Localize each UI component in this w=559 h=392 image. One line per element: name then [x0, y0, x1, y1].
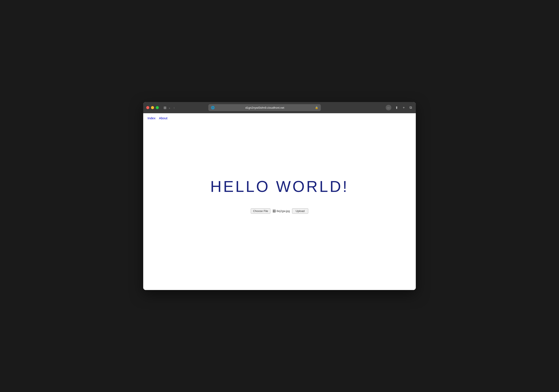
address-bar[interactable]: 🌐 d1gn2nywl3sfm9.cloudfront.net 🔒	[208, 104, 321, 111]
page-heading: HELLO WORLD!	[210, 178, 349, 195]
share-button[interactable]: ⬆	[394, 105, 399, 111]
tab-controls: ⊞ ⌄	[162, 105, 170, 111]
browser-window: ⊞ ⌄ ‹ 🌐 d1gn2nywl3sfm9.cloudfront.net 🔒 …	[143, 102, 416, 290]
page-content: Index About HELLO WORLD! Choose File 🖼 8…	[143, 113, 416, 290]
traffic-lights	[146, 106, 159, 109]
file-chosen-display: 🖼 8ej2gw.jpg	[273, 209, 290, 213]
chevron-down-icon[interactable]: ⌄	[168, 106, 170, 109]
file-name-text: 8ej2gw.jpg	[277, 209, 290, 213]
title-bar: ⊞ ⌄ ‹ 🌐 d1gn2nywl3sfm9.cloudfront.net 🔒 …	[143, 102, 416, 113]
back-button[interactable]: ‹	[174, 106, 175, 110]
more-button[interactable]: ···	[386, 105, 391, 110]
new-tab-button[interactable]: +	[402, 105, 406, 110]
main-content: HELLO WORLD! Choose File 🖼 8ej2gw.jpg Up…	[143, 123, 416, 290]
maximize-button[interactable]	[156, 106, 159, 109]
favicon-icon: 🌐	[211, 106, 214, 109]
file-icon: 🖼	[273, 209, 276, 213]
upload-section: Choose File 🖼 8ej2gw.jpg Upload	[251, 208, 308, 214]
url-text: d1gn2nywl3sfm9.cloudfront.net	[216, 106, 314, 109]
nav-bar: Index About	[143, 113, 416, 123]
lock-icon: 🔒	[315, 106, 318, 109]
choose-file-button[interactable]: Choose File	[251, 208, 270, 214]
minimize-button[interactable]	[151, 106, 154, 109]
upload-button[interactable]: Upload	[292, 208, 308, 214]
sidebar-toggle-icon[interactable]: ⊞	[162, 105, 168, 111]
nav-about-link[interactable]: About	[159, 116, 168, 120]
tabs-button[interactable]: ⧉	[409, 105, 413, 110]
nav-index-link[interactable]: Index	[148, 116, 156, 120]
close-button[interactable]	[146, 106, 149, 109]
toolbar-right: ··· ⬆ + ⧉	[386, 105, 413, 111]
